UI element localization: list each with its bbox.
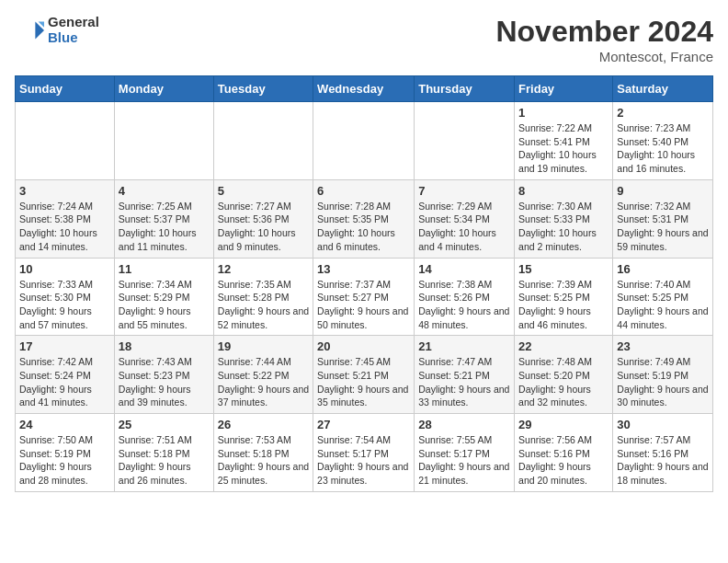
col-thursday: Thursday: [415, 76, 515, 102]
col-wednesday: Wednesday: [313, 76, 415, 102]
month-title: November 2024: [495, 15, 713, 49]
logo-general: General: [48, 15, 99, 30]
col-saturday: Saturday: [613, 76, 713, 102]
calendar-cell: 8Sunrise: 7:30 AM Sunset: 5:33 PM Daylig…: [515, 179, 613, 258]
col-sunday: Sunday: [16, 76, 115, 102]
calendar-cell: 28Sunrise: 7:55 AM Sunset: 5:17 PM Dayli…: [415, 414, 515, 492]
day-info: Sunrise: 7:24 AM Sunset: 5:38 PM Dayligh…: [19, 200, 110, 254]
calendar-cell: 20Sunrise: 7:45 AM Sunset: 5:21 PM Dayli…: [313, 336, 415, 414]
calendar: Sunday Monday Tuesday Wednesday Thursday…: [15, 75, 713, 492]
calendar-cell: 19Sunrise: 7:44 AM Sunset: 5:22 PM Dayli…: [213, 336, 313, 414]
day-info: Sunrise: 7:45 AM Sunset: 5:21 PM Dayligh…: [317, 355, 410, 409]
day-number: 5: [218, 184, 309, 198]
day-number: 14: [418, 262, 510, 276]
day-number: 13: [317, 262, 410, 276]
day-number: 26: [218, 418, 309, 431]
col-friday: Friday: [515, 76, 613, 102]
day-number: 20: [317, 339, 410, 353]
day-number: 12: [218, 262, 309, 276]
day-info: Sunrise: 7:39 AM Sunset: 5:25 PM Dayligh…: [518, 278, 609, 332]
day-info: Sunrise: 7:56 AM Sunset: 5:16 PM Dayligh…: [518, 433, 609, 488]
day-info: Sunrise: 7:29 AM Sunset: 5:34 PM Dayligh…: [418, 200, 510, 254]
calendar-header-row: Sunday Monday Tuesday Wednesday Thursday…: [16, 76, 713, 102]
page-header: General Blue November 2024 Montescot, Fr…: [15, 15, 713, 64]
day-number: 11: [119, 262, 210, 276]
col-tuesday: Tuesday: [213, 76, 313, 102]
day-number: 21: [418, 339, 510, 353]
calendar-cell: 14Sunrise: 7:38 AM Sunset: 5:26 PM Dayli…: [415, 258, 515, 336]
day-number: 22: [518, 339, 609, 353]
calendar-cell: 13Sunrise: 7:37 AM Sunset: 5:27 PM Dayli…: [313, 258, 415, 336]
day-info: Sunrise: 7:44 AM Sunset: 5:22 PM Dayligh…: [218, 355, 309, 409]
day-number: 4: [119, 184, 210, 198]
calendar-cell: 18Sunrise: 7:43 AM Sunset: 5:23 PM Dayli…: [114, 336, 213, 414]
calendar-cell: 15Sunrise: 7:39 AM Sunset: 5:25 PM Dayli…: [515, 258, 613, 336]
calendar-cell: 25Sunrise: 7:51 AM Sunset: 5:18 PM Dayli…: [114, 414, 213, 492]
logo-blue: Blue: [48, 30, 99, 46]
day-number: 28: [418, 418, 510, 431]
calendar-cell: 5Sunrise: 7:27 AM Sunset: 5:36 PM Daylig…: [213, 179, 313, 258]
day-number: 1: [518, 106, 609, 120]
day-info: Sunrise: 7:33 AM Sunset: 5:30 PM Dayligh…: [19, 278, 110, 332]
calendar-week-row: 10Sunrise: 7:33 AM Sunset: 5:30 PM Dayli…: [16, 258, 713, 336]
day-info: Sunrise: 7:42 AM Sunset: 5:24 PM Dayligh…: [19, 355, 110, 409]
day-number: 9: [617, 184, 709, 198]
day-info: Sunrise: 7:35 AM Sunset: 5:28 PM Dayligh…: [218, 278, 309, 332]
calendar-cell: 3Sunrise: 7:24 AM Sunset: 5:38 PM Daylig…: [16, 179, 115, 258]
day-number: 8: [518, 184, 609, 198]
day-number: 19: [218, 339, 309, 353]
calendar-cell: 10Sunrise: 7:33 AM Sunset: 5:30 PM Dayli…: [16, 258, 115, 336]
calendar-cell: [415, 102, 515, 180]
calendar-cell: 24Sunrise: 7:50 AM Sunset: 5:19 PM Dayli…: [16, 414, 115, 492]
day-info: Sunrise: 7:57 AM Sunset: 5:16 PM Dayligh…: [617, 433, 709, 488]
calendar-cell: 17Sunrise: 7:42 AM Sunset: 5:24 PM Dayli…: [16, 336, 115, 414]
logo: General Blue: [15, 15, 99, 45]
day-info: Sunrise: 7:40 AM Sunset: 5:25 PM Dayligh…: [617, 278, 709, 332]
day-number: 2: [617, 106, 709, 120]
day-info: Sunrise: 7:22 AM Sunset: 5:41 PM Dayligh…: [518, 121, 609, 176]
logo-text: General Blue: [48, 15, 99, 45]
day-number: 17: [19, 339, 110, 353]
calendar-cell: 9Sunrise: 7:32 AM Sunset: 5:31 PM Daylig…: [613, 179, 713, 258]
col-monday: Monday: [114, 76, 213, 102]
calendar-cell: 21Sunrise: 7:47 AM Sunset: 5:21 PM Dayli…: [415, 336, 515, 414]
calendar-cell: [16, 102, 115, 180]
day-number: 23: [617, 339, 709, 353]
calendar-cell: 2Sunrise: 7:23 AM Sunset: 5:40 PM Daylig…: [613, 102, 713, 180]
day-info: Sunrise: 7:32 AM Sunset: 5:31 PM Dayligh…: [617, 200, 709, 254]
calendar-cell: 1Sunrise: 7:22 AM Sunset: 5:41 PM Daylig…: [515, 102, 613, 180]
calendar-cell: 23Sunrise: 7:49 AM Sunset: 5:19 PM Dayli…: [613, 336, 713, 414]
day-info: Sunrise: 7:37 AM Sunset: 5:27 PM Dayligh…: [317, 278, 410, 332]
day-number: 16: [617, 262, 709, 276]
day-info: Sunrise: 7:55 AM Sunset: 5:17 PM Dayligh…: [418, 433, 510, 488]
day-number: 30: [617, 418, 709, 431]
calendar-week-row: 1Sunrise: 7:22 AM Sunset: 5:41 PM Daylig…: [16, 102, 713, 180]
day-number: 3: [19, 184, 110, 198]
calendar-cell: 4Sunrise: 7:25 AM Sunset: 5:37 PM Daylig…: [114, 179, 213, 258]
day-number: 24: [19, 418, 110, 431]
day-info: Sunrise: 7:54 AM Sunset: 5:17 PM Dayligh…: [317, 433, 410, 488]
day-info: Sunrise: 7:23 AM Sunset: 5:40 PM Dayligh…: [617, 121, 709, 176]
calendar-cell: [114, 102, 213, 180]
calendar-cell: 30Sunrise: 7:57 AM Sunset: 5:16 PM Dayli…: [613, 414, 713, 492]
day-number: 10: [19, 262, 110, 276]
day-number: 27: [317, 418, 410, 431]
day-info: Sunrise: 7:30 AM Sunset: 5:33 PM Dayligh…: [518, 200, 609, 254]
day-info: Sunrise: 7:49 AM Sunset: 5:19 PM Dayligh…: [617, 355, 709, 409]
day-info: Sunrise: 7:28 AM Sunset: 5:35 PM Dayligh…: [317, 200, 410, 254]
day-info: Sunrise: 7:27 AM Sunset: 5:36 PM Dayligh…: [218, 200, 309, 254]
day-info: Sunrise: 7:51 AM Sunset: 5:18 PM Dayligh…: [119, 433, 210, 488]
day-info: Sunrise: 7:34 AM Sunset: 5:29 PM Dayligh…: [119, 278, 210, 332]
calendar-cell: 7Sunrise: 7:29 AM Sunset: 5:34 PM Daylig…: [415, 179, 515, 258]
title-block: November 2024 Montescot, France: [495, 15, 713, 64]
calendar-cell: 26Sunrise: 7:53 AM Sunset: 5:18 PM Dayli…: [213, 414, 313, 492]
day-number: 6: [317, 184, 410, 198]
calendar-cell: [313, 102, 415, 180]
day-number: 7: [418, 184, 510, 198]
day-number: 25: [119, 418, 210, 431]
calendar-cell: 16Sunrise: 7:40 AM Sunset: 5:25 PM Dayli…: [613, 258, 713, 336]
calendar-cell: 27Sunrise: 7:54 AM Sunset: 5:17 PM Dayli…: [313, 414, 415, 492]
day-info: Sunrise: 7:43 AM Sunset: 5:23 PM Dayligh…: [119, 355, 210, 409]
day-info: Sunrise: 7:50 AM Sunset: 5:19 PM Dayligh…: [19, 433, 110, 488]
calendar-cell: 6Sunrise: 7:28 AM Sunset: 5:35 PM Daylig…: [313, 179, 415, 258]
